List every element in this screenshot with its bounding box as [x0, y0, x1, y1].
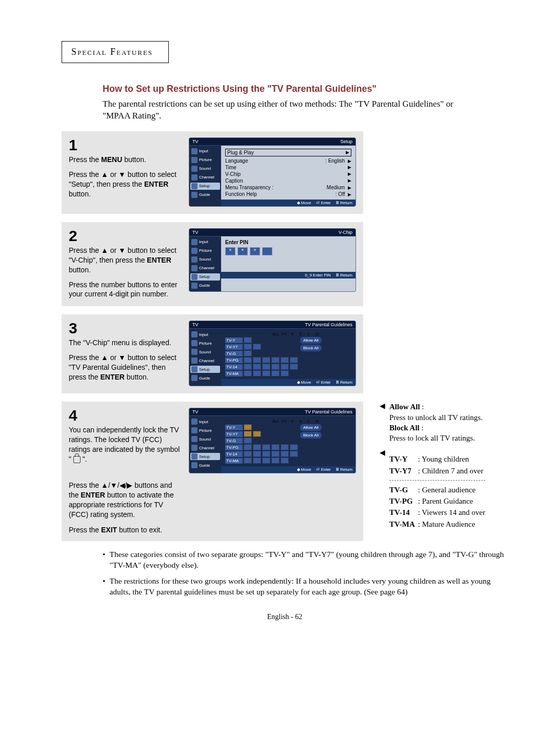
picture-icon	[191, 427, 197, 433]
osd-tvpg-grid-locked: TVTV Parental Guidelines Input Picture S…	[189, 408, 356, 473]
step-2: 2 Press the ▲ or ▼ button to select "V-C…	[62, 222, 363, 306]
section-header-text: Special Features	[71, 47, 153, 57]
sound-icon	[191, 256, 197, 263]
block-all-button: Block All	[300, 345, 322, 351]
channel-icon	[191, 174, 197, 181]
allow-all-button: Allow All	[300, 424, 322, 431]
picture-icon	[191, 340, 197, 346]
pin-digit: *	[238, 247, 248, 255]
osd-tvpg-grid: TVTV Parental Guidelines Input Picture S…	[189, 321, 356, 386]
channel-icon	[191, 445, 197, 451]
step-2-number: 2	[69, 228, 182, 244]
picture-icon	[191, 157, 197, 163]
sound-icon	[191, 349, 197, 355]
guide-icon	[191, 192, 197, 198]
setup-icon	[191, 274, 197, 280]
step-3-text-b: Press the ▲ or ▼ button to select "TV Pa…	[69, 353, 182, 382]
guide-icon	[191, 375, 197, 381]
allow-all-button: Allow All	[300, 337, 322, 344]
step-4: 4 You can independently lock the TV rati…	[62, 402, 363, 541]
channel-icon	[191, 357, 197, 364]
step-4-text-a: You can independently lock the TV rating…	[69, 425, 182, 464]
step-1: 1 Press the MENU button. Press the ▲ or …	[62, 131, 363, 214]
step-3: 3 The "V-Chip" menu is displayed. Press …	[62, 314, 363, 393]
channel-icon	[191, 265, 197, 271]
pin-digit: *	[250, 247, 260, 255]
guide-icon	[191, 462, 197, 468]
page-footer: English - 62	[62, 613, 508, 621]
setup-icon	[191, 366, 197, 372]
osd-setup-menu: TVSetup Input Picture Sound Channel Setu…	[189, 137, 356, 207]
input-icon	[191, 331, 197, 337]
step-4-number: 4	[69, 408, 182, 423]
sound-icon	[191, 436, 197, 442]
sound-icon	[191, 166, 197, 172]
setup-icon	[191, 183, 197, 189]
intro-text: The parental restrictions can be set up …	[103, 98, 472, 122]
step-1-text-b: Press the ▲ or ▼ button to select "Setup…	[69, 170, 182, 199]
block-all-button: Block All	[300, 432, 322, 439]
input-icon	[191, 239, 197, 245]
footer-notes: •These categories consist of two separat…	[103, 549, 508, 598]
page-title: How to Set up Restrictions Using the "TV…	[103, 84, 508, 94]
setup-icon	[191, 453, 197, 460]
step-2-text-b: Press the number buttons to enter your c…	[69, 280, 182, 300]
osd-vchip-pin: TVV-Chip Input Picture Sound Channel Set…	[189, 228, 356, 292]
step-3-text-a: The "V-Chip" menu is displayed.	[69, 338, 182, 348]
step-3-number: 3	[69, 321, 182, 336]
input-icon	[191, 419, 197, 425]
input-icon	[191, 148, 197, 154]
step-1-text-a: Press the MENU button.	[69, 155, 182, 165]
picture-icon	[191, 248, 197, 254]
lock-icon	[73, 456, 81, 463]
step-2-text-a: Press the ▲ or ▼ button to select "V-Chi…	[69, 246, 182, 275]
step-4-text-b: Press the ▲/▼/◀/▶ buttons and the ENTER …	[69, 481, 182, 520]
section-header: Special Features	[62, 41, 169, 63]
step-1-number: 1	[69, 137, 182, 153]
step-4-text-c: Press the EXIT button to exit.	[69, 526, 356, 534]
guide-icon	[191, 283, 197, 289]
pin-digit	[262, 247, 272, 255]
rating-legend: ◀ Allow All : Press to unlock all TV rat…	[380, 402, 544, 530]
pin-digit: *	[225, 247, 235, 255]
